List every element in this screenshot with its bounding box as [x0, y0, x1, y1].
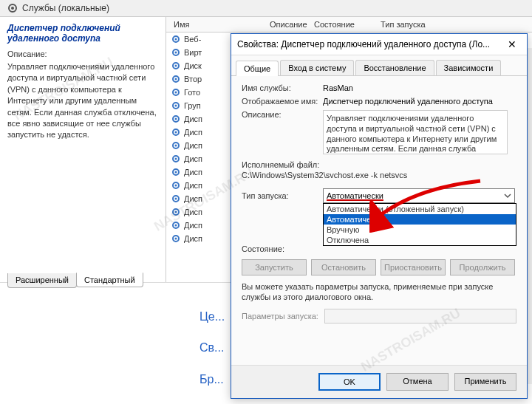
- dialog-body: Имя службы: RasMan Отображаемое имя: Дис…: [231, 76, 527, 331]
- col-desc[interactable]: Описание: [240, 20, 314, 29]
- option-manual[interactable]: Вручную: [324, 225, 516, 235]
- service-name: Дисп: [184, 181, 202, 190]
- svg-point-13: [175, 105, 177, 107]
- gear-icon: [171, 207, 181, 217]
- dialog-title: Свойства: Диспетчер подключений удаленно…: [237, 39, 503, 49]
- startup-params-note: Вы можете указать параметры запуска, при…: [242, 281, 516, 303]
- gear-icon: [7, 3, 18, 13]
- gear-icon: [171, 127, 181, 137]
- svg-point-29: [175, 211, 177, 213]
- description-box[interactable]: Управляет подключениями удаленного досту…: [323, 110, 508, 154]
- teaser-3[interactable]: Бр...: [200, 366, 225, 394]
- service-name: Дисп: [184, 154, 202, 163]
- value-display-name: Диспетчер подключений удаленного доступа: [323, 97, 516, 106]
- tab-extended[interactable]: Расширенный: [7, 273, 77, 288]
- svg-point-19: [175, 145, 177, 147]
- stop-button[interactable]: Остановить: [311, 259, 376, 275]
- properties-dialog: Свойства: Диспетчер подключений удаленно…: [231, 33, 528, 399]
- col-name[interactable]: Имя: [166, 20, 240, 29]
- resume-button[interactable]: Продолжить: [450, 259, 515, 275]
- dialog-titlebar[interactable]: Свойства: Диспетчер подключений удаленно…: [231, 34, 527, 55]
- service-name: Дисп: [184, 168, 202, 177]
- gear-icon: [171, 140, 181, 151]
- gear-icon: [171, 74, 181, 84]
- svg-point-27: [175, 198, 177, 200]
- col-state[interactable]: Состояние: [314, 20, 381, 29]
- svg-point-11: [175, 92, 177, 94]
- service-name: Дисп: [184, 208, 202, 216]
- gear-icon: [171, 100, 181, 111]
- tab-dependencies[interactable]: Зависимости: [436, 60, 502, 75]
- gear-icon: [171, 220, 181, 230]
- gear-icon: [171, 194, 181, 204]
- chevron-down-icon: [504, 192, 511, 199]
- header-title: Службы (локальные): [22, 3, 109, 13]
- svg-point-21: [175, 158, 177, 160]
- value-service-name: RasMan: [323, 83, 516, 92]
- col-start[interactable]: Тип запуска: [381, 20, 447, 29]
- service-name: Гото: [184, 88, 200, 97]
- svg-point-1: [11, 7, 14, 10]
- service-name: Диск: [184, 61, 202, 70]
- tab-recovery[interactable]: Восстановление: [355, 60, 434, 75]
- tab-general[interactable]: Общие: [236, 61, 279, 76]
- tab-logon[interactable]: Вход в систему: [280, 60, 354, 75]
- service-name: Дисп: [184, 194, 202, 203]
- cancel-button[interactable]: Отмена: [386, 373, 449, 391]
- teaser-1[interactable]: Це...: [200, 303, 225, 331]
- service-name: Веб-: [184, 35, 201, 44]
- service-name: Вирт: [184, 48, 202, 57]
- apply-button[interactable]: Применить: [454, 373, 516, 391]
- service-name: Груп: [184, 101, 201, 110]
- option-auto-delayed[interactable]: Автоматически (отложенный запуск): [324, 204, 516, 214]
- gear-icon: [171, 87, 181, 97]
- gear-icon: [171, 34, 181, 44]
- pause-button[interactable]: Приостановить: [381, 259, 446, 275]
- svg-point-15: [175, 118, 177, 120]
- service-name: Дисп: [184, 128, 202, 137]
- startup-dropdown-list[interactable]: Автоматически (отложенный запуск) Автома…: [323, 203, 516, 246]
- gear-icon: [171, 61, 181, 71]
- teaser-links: Це... Св... Бр...: [200, 303, 225, 397]
- dialog-footer: OK Отмена Применить: [231, 365, 527, 398]
- service-name: Дисп: [184, 114, 202, 123]
- label-start-params: Параметры запуска:: [242, 312, 318, 321]
- value-executable: C:\Windows\System32\svchost.exe -k netsv…: [242, 171, 516, 179]
- close-icon[interactable]: ✕: [503, 38, 521, 50]
- option-auto[interactable]: Автоматически: [324, 214, 516, 225]
- gear-icon: [171, 114, 181, 124]
- teaser-2[interactable]: Св...: [200, 334, 225, 362]
- service-name: Дисп: [184, 141, 202, 150]
- start-button[interactable]: Запустить: [242, 259, 307, 275]
- ok-button[interactable]: OK: [318, 373, 381, 391]
- startup-selected: Автоматически: [327, 191, 504, 200]
- svg-point-3: [175, 38, 177, 41]
- label-service-name: Имя службы:: [242, 83, 323, 92]
- service-name: Втор: [184, 75, 202, 83]
- label-executable: Исполняемый файл:: [242, 160, 516, 169]
- dialog-tabs: Общие Вход в систему Восстановление Зави…: [231, 55, 527, 76]
- svg-point-7: [175, 65, 177, 67]
- tab-standard[interactable]: Стандартный: [76, 273, 143, 287]
- startup-type-dropdown[interactable]: Автоматически Автоматически (отложенный …: [323, 188, 515, 203]
- service-details-pane: Диспетчер подключений удаленного доступа…: [0, 17, 166, 282]
- gear-icon: [171, 180, 181, 191]
- start-params-input[interactable]: [324, 309, 516, 323]
- gear-icon: [171, 167, 181, 177]
- gear-icon: [171, 233, 181, 244]
- description-label: Описание:: [7, 49, 158, 58]
- svg-point-33: [175, 238, 177, 240]
- svg-point-23: [175, 171, 177, 174]
- selected-service-description: Управляет подключениями удаленного досту…: [7, 61, 158, 141]
- svg-point-25: [175, 185, 177, 187]
- label-display-name: Отображаемое имя:: [242, 97, 323, 106]
- column-headers[interactable]: Имя Описание Состояние Тип запуска: [166, 17, 532, 32]
- svg-point-5: [175, 52, 177, 54]
- option-disabled[interactable]: Отключена: [324, 235, 516, 245]
- label-startup-type: Тип запуска:: [242, 191, 323, 200]
- gear-icon: [171, 47, 181, 58]
- label-state: Состояние:: [242, 244, 323, 253]
- svg-point-31: [175, 225, 177, 227]
- label-description: Описание:: [242, 110, 323, 119]
- selected-service-name: Диспетчер подключений удаленного доступа: [7, 23, 158, 44]
